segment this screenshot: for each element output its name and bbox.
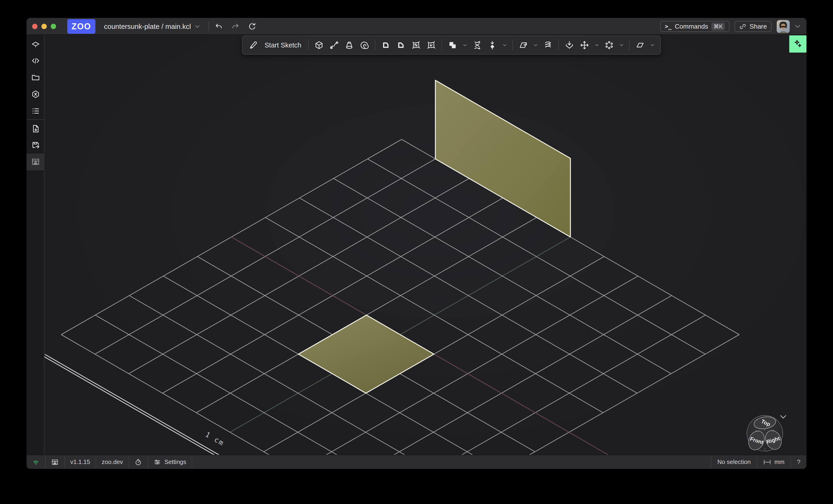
project-menu[interactable]: countersunk-plate / main.kcl <box>104 18 200 35</box>
plane-menu-chevron-icon[interactable] <box>534 44 538 46</box>
fillet-button[interactable] <box>381 41 390 50</box>
toolbar-divider <box>558 40 559 50</box>
import-button[interactable] <box>565 41 574 50</box>
grid-scale-label: 1 cm <box>204 430 226 448</box>
title-bar: ZOO countersunk-plate / main.kcl >_ Comm… <box>26 18 807 35</box>
sidebar-item-feature-tree[interactable] <box>26 37 44 51</box>
toolbar-divider <box>513 40 513 50</box>
extrude-button[interactable] <box>314 41 324 50</box>
chamfer-button[interactable] <box>396 41 406 50</box>
grid-line <box>399 335 739 455</box>
user-menu-chevron-icon[interactable] <box>795 25 801 28</box>
gizmo-menu-chevron-icon[interactable] <box>779 415 787 419</box>
project-title: countersunk-plate / main.kcl <box>104 23 191 30</box>
machine-manager-button[interactable] <box>46 455 65 469</box>
link-icon <box>739 23 746 30</box>
chevron-down-icon <box>195 25 200 28</box>
sidebar-item-variables[interactable] <box>26 87 44 101</box>
minimize-window-button[interactable] <box>42 24 47 29</box>
x-axis-line <box>232 237 620 455</box>
terminal-prompt-icon: >_ <box>665 23 671 30</box>
sweep-button[interactable] <box>330 41 339 50</box>
commands-shortcut: ⌘K <box>711 23 725 30</box>
view-gizmo[interactable]: Top Front Right <box>745 413 785 453</box>
start-sketch-label[interactable]: Start Sketch <box>265 42 301 49</box>
refresh-button[interactable] <box>246 21 258 32</box>
zoom-window-button[interactable] <box>51 24 56 29</box>
vertical-sketch-plane[interactable] <box>435 80 570 237</box>
insert-menu-chevron-icon[interactable] <box>503 44 506 46</box>
3d-viewport[interactable]: 1 cm Start Sketch <box>44 35 807 455</box>
settings-button[interactable]: Settings <box>148 455 192 469</box>
toolbar-divider <box>375 40 375 50</box>
boolean-button[interactable] <box>448 41 457 50</box>
split-button[interactable] <box>473 41 482 50</box>
sliders-icon <box>153 458 161 466</box>
help-button[interactable]: ? <box>791 455 807 469</box>
offset-plane-button[interactable] <box>519 41 528 50</box>
zoo-dev-link[interactable]: zoo.dev <box>96 455 129 469</box>
wifi-icon <box>32 458 40 466</box>
toolbar-divider <box>308 40 309 50</box>
redo-button[interactable] <box>230 21 241 32</box>
helix-button[interactable] <box>543 41 553 50</box>
units-button[interactable]: mm <box>757 455 790 469</box>
move-button[interactable] <box>580 41 589 50</box>
sidebar-item-save-export[interactable] <box>26 138 44 152</box>
commands-label: Commands <box>675 23 708 30</box>
pattern-menu-chevron-icon[interactable] <box>620 44 623 46</box>
zoo-logo[interactable]: ZOO <box>67 19 95 34</box>
revolve-button[interactable] <box>360 41 369 50</box>
loft-button[interactable] <box>344 41 354 50</box>
stopwatch-icon <box>135 458 142 466</box>
app-version[interactable]: v1.1.15 <box>65 455 96 469</box>
hole-button[interactable] <box>427 41 436 50</box>
boolean-menu-chevron-icon[interactable] <box>463 44 467 46</box>
grid-line <box>265 218 603 413</box>
share-label: Share <box>749 23 767 30</box>
printer-icon <box>51 458 58 466</box>
toolbar-divider <box>629 40 629 50</box>
pattern-button[interactable] <box>604 41 614 50</box>
sparkles-icon <box>793 39 803 49</box>
network-status-button[interactable] <box>26 455 46 469</box>
sidebar-item-export-file[interactable] <box>26 121 44 136</box>
selection-status: No selection <box>711 455 757 469</box>
insert-point-button[interactable] <box>488 41 497 50</box>
app-window: ZOO countersunk-plate / main.kcl >_ Comm… <box>26 18 807 469</box>
shell-button[interactable] <box>411 41 421 50</box>
share-button[interactable]: Share <box>735 21 771 32</box>
timer-button[interactable] <box>129 455 148 469</box>
titlebar-divider <box>253 21 253 31</box>
start-sketch-button[interactable] <box>248 41 258 50</box>
undo-button[interactable] <box>213 21 225 32</box>
user-avatar[interactable] <box>777 20 790 33</box>
status-bar: v1.1.15 zoo.dev Settings No selection mm… <box>26 455 807 469</box>
text-to-cad-button[interactable] <box>789 35 807 53</box>
close-window-button[interactable] <box>32 24 38 29</box>
width-ruler-icon <box>763 459 771 465</box>
modeling-toolbar: Start Sketch <box>242 35 661 55</box>
grid-line <box>365 315 706 455</box>
3d-canvas[interactable]: 1 cm <box>44 35 807 455</box>
avatar-portrait <box>777 20 790 33</box>
sketch-plane-button[interactable] <box>636 41 645 50</box>
sidebar-item-make[interactable] <box>26 154 44 169</box>
traffic-lights <box>32 18 56 35</box>
titlebar-divider <box>209 21 209 31</box>
toolbar-divider <box>442 40 442 50</box>
sidebar-item-project-files[interactable] <box>26 70 44 85</box>
units-label: mm <box>775 458 784 465</box>
sidebar-item-kcl-code[interactable] <box>26 53 44 68</box>
sidebar-divider <box>26 119 44 120</box>
settings-label: Settings <box>164 458 186 465</box>
left-sidebar <box>26 35 44 455</box>
grid-line <box>129 295 467 455</box>
sketch-plane-menu-chevron-icon[interactable] <box>650 44 654 46</box>
move-menu-chevron-icon[interactable] <box>595 44 599 46</box>
sidebar-item-logs[interactable] <box>26 104 44 118</box>
commands-button[interactable]: >_ Commands ⌘K <box>660 21 730 32</box>
